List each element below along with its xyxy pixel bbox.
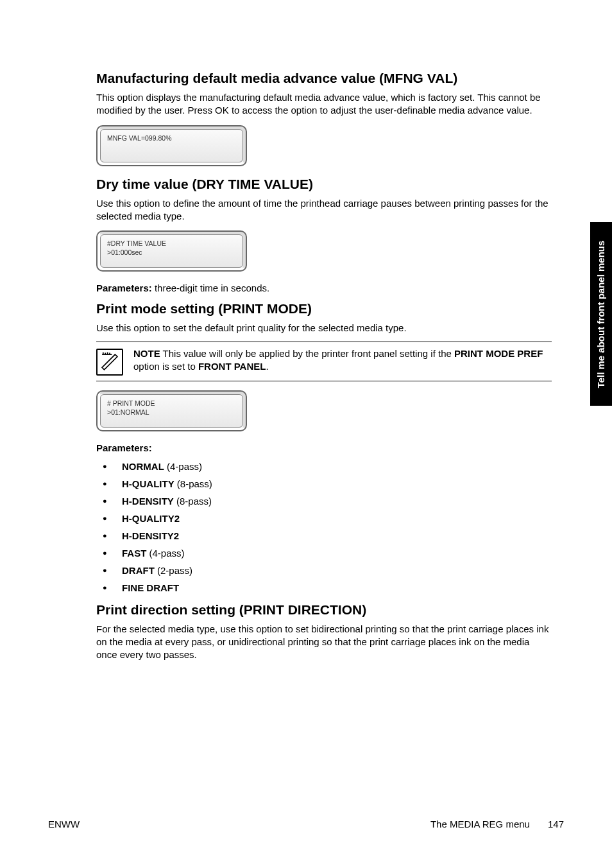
param-bold: FINE DRAFT <box>122 582 179 593</box>
parameters-label: Parameters: <box>96 282 152 293</box>
lcd-figure-mfng: MNFG VAL=099.80% <box>96 125 552 166</box>
note-divider-top <box>96 342 552 342</box>
lcd-line2: >01:000sec <box>107 248 236 257</box>
heading-print-mode: Print mode setting (PRINT MODE) <box>96 301 552 317</box>
dry-parameters: Parameters: three-digit time in seconds. <box>96 282 552 295</box>
page-number: 147 <box>548 819 564 829</box>
footer-right-label: The MEDIA REG menu <box>430 819 530 829</box>
para-dry-time: Use this option to define the amount of … <box>96 197 552 223</box>
side-tab-label: Tell me about front panel menus <box>596 240 607 388</box>
lcd-line1: #DRY TIME VALUE <box>107 239 236 248</box>
note-mid: option is set to <box>133 361 198 372</box>
note-divider-bottom <box>96 381 552 381</box>
param-rest: (8-pass) <box>174 496 212 507</box>
lcd-figure-printmode: # PRINT MODE >01:NORMAL <box>96 390 552 431</box>
para-print-direction: For the selected media type, use this op… <box>96 623 552 662</box>
list-item: H-DENSITY (8-pass) <box>114 496 552 507</box>
lcd-line2: >01:NORMAL <box>107 408 236 417</box>
printmode-parameters-list: NORMAL (4-pass) H-QUALITY (8-pass) H-DEN… <box>96 461 552 593</box>
page-footer: ENWW The MEDIA REG menu 147 <box>48 819 564 829</box>
param-bold: H-QUALITY2 <box>122 513 180 524</box>
heading-mfng-val: Manufacturing default media advance valu… <box>96 71 552 86</box>
list-item: FINE DRAFT <box>114 582 552 593</box>
para-print-mode: Use this option to set the default print… <box>96 322 552 334</box>
list-item: DRAFT (2-pass) <box>114 565 552 576</box>
lcd-line1: # PRINT MODE <box>107 399 236 408</box>
heading-print-direction: Print direction setting (PRINT DIRECTION… <box>96 602 552 618</box>
note-label: NOTE <box>133 348 160 359</box>
list-item: FAST (4-pass) <box>114 548 552 559</box>
note-pre: This value will only be applied by the p… <box>160 348 454 359</box>
footer-left: ENWW <box>48 819 80 829</box>
param-rest: (4-pass) <box>146 548 184 559</box>
note-bold-2: FRONT PANEL <box>198 361 266 372</box>
note-icon <box>96 349 123 376</box>
param-rest: (2-pass) <box>155 565 192 576</box>
side-tab: Tell me about front panel menus <box>590 222 612 406</box>
note-text: NOTE This value will only be applied by … <box>133 347 552 374</box>
list-item: H-DENSITY2 <box>114 530 552 541</box>
lcd-figure-dry: #DRY TIME VALUE >01:000sec <box>96 230 552 272</box>
param-bold: H-QUALITY <box>122 478 174 489</box>
note-post: . <box>266 361 268 372</box>
lcd-line1: MNFG VAL=099.80% <box>107 134 236 143</box>
param-bold: NORMAL <box>122 461 164 472</box>
param-bold: DRAFT <box>122 565 155 576</box>
para-mfng-val: This option displays the manufacturing d… <box>96 91 552 117</box>
note-block: NOTE This value will only be applied by … <box>96 342 552 381</box>
pencil-ruler-icon <box>99 351 121 373</box>
param-rest: (8-pass) <box>174 478 212 489</box>
param-bold: FAST <box>122 548 146 559</box>
param-rest: (4-pass) <box>164 461 202 472</box>
printmode-parameters-label: Parameters: <box>96 442 552 455</box>
parameters-text: three-digit time in seconds. <box>152 282 269 293</box>
list-item: H-QUALITY2 <box>114 513 552 524</box>
note-bold-1: PRINT MODE PREF <box>454 348 543 359</box>
list-item: NORMAL (4-pass) <box>114 461 552 472</box>
param-bold: H-DENSITY2 <box>122 530 179 541</box>
heading-dry-time: Dry time value (DRY TIME VALUE) <box>96 177 552 192</box>
list-item: H-QUALITY (8-pass) <box>114 478 552 489</box>
param-bold: H-DENSITY <box>122 496 174 507</box>
